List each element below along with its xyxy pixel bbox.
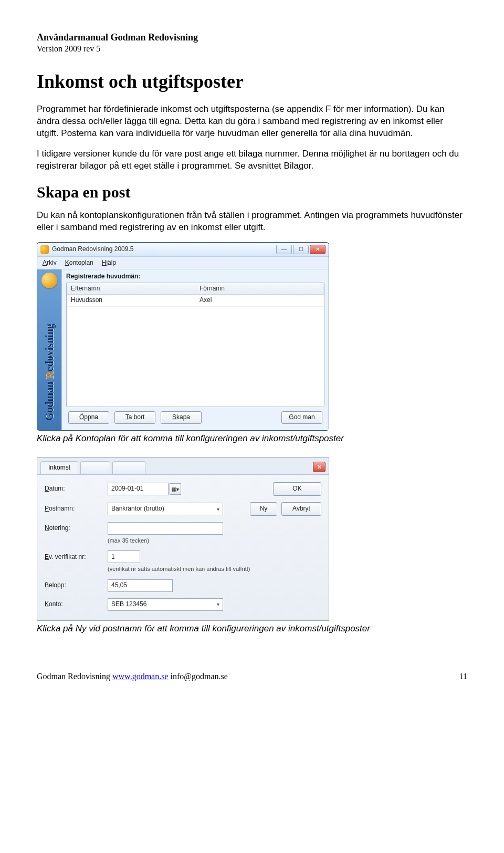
ok-button[interactable]: OK xyxy=(273,482,321,496)
paragraph-intro-2: I tidigare versioner kunde du för vare p… xyxy=(37,148,467,172)
doc-version: Version 2009 rev 5 xyxy=(37,44,467,55)
avbryt-button[interactable]: Avbryt xyxy=(281,502,321,516)
dialog-close-button[interactable]: ✕ xyxy=(313,462,326,472)
verifikat-input[interactable]: 1 xyxy=(108,550,140,563)
label-notering: Notering: xyxy=(45,524,102,533)
cell-efternamn: Huvudsson xyxy=(67,295,195,306)
konto-combo[interactable]: SEB 123456 xyxy=(108,598,223,611)
hint-notering: (max 35 tecken) xyxy=(108,537,223,544)
titlebar: Godman Redovisning 2009.5 — ☐ ✕ xyxy=(37,243,329,257)
page-footer: Godman Redovisning www.godman.se info@go… xyxy=(37,671,467,682)
datum-field-wrap: 2009-01-01 ▦▾ xyxy=(108,483,181,495)
label-verifikat: Ev. verifikat nr: xyxy=(45,553,102,561)
label-datum: Datum: xyxy=(45,485,102,493)
dialog-inkomst: Inkomst ✕ Datum: 2009-01-01 ▦▾ OK Postna… xyxy=(37,457,329,621)
sidebar-text-a: Godman xyxy=(44,379,55,420)
sidebar: Godman Redovisning xyxy=(37,269,62,430)
label-konto: Konto: xyxy=(45,600,102,609)
godman-button[interactable]: God man xyxy=(281,411,322,424)
minimize-button[interactable]: — xyxy=(276,245,292,254)
label-belopp: Belopp: xyxy=(45,581,102,590)
notering-input[interactable] xyxy=(108,522,223,535)
calendar-icon[interactable]: ▦▾ xyxy=(170,483,181,495)
table-empty-area xyxy=(67,307,324,407)
page-number: 11 xyxy=(459,671,467,682)
table-row[interactable]: Huvudsson Axel xyxy=(67,295,324,307)
col-efternamn[interactable]: Efternamn xyxy=(67,283,195,295)
tab-bar: Inkomst ✕ xyxy=(37,457,329,475)
oppna-button[interactable]: Öppna xyxy=(68,411,109,424)
menu-hjalp[interactable]: Hjälp xyxy=(102,259,116,267)
tabort-button[interactable]: Ta bort xyxy=(114,411,155,424)
col-fornamn[interactable]: Förnamn xyxy=(195,283,324,295)
paragraph-skapa: Du kan nå kontoplanskonfigurationen från… xyxy=(37,210,467,234)
app-icon xyxy=(40,245,49,254)
sidebar-logo-text: Godman Redovisning xyxy=(43,324,56,421)
window-title: Godman Redovisning 2009.5 xyxy=(52,245,275,254)
caption-2: Klicka på Ny vid postnamn för att komma … xyxy=(37,623,467,634)
label-postnamn: Postnamn: xyxy=(45,505,102,513)
tab-inkomst[interactable]: Inkomst xyxy=(40,461,78,474)
footer-product: Godman Redovisning xyxy=(37,672,112,681)
paragraph-intro-1: Programmet har fördefinierade inkomst oc… xyxy=(37,103,467,140)
huvudman-table: Efternamn Förnamn Huvudsson Axel xyxy=(66,283,324,407)
close-button[interactable]: ✕ xyxy=(310,245,326,254)
ny-button[interactable]: Ny xyxy=(250,502,277,516)
footer-url[interactable]: www.godman.se xyxy=(112,672,169,681)
menu-kontoplan[interactable]: Kontoplan xyxy=(65,259,93,267)
footer-email: info@godman.se xyxy=(169,672,228,681)
heading-skapa-en-post: Skapa en post xyxy=(37,182,467,202)
caption-1: Klicka på Kontoplan för att komma till k… xyxy=(37,433,467,444)
menu-bar: Arkiv Kontoplan Hjälp xyxy=(37,257,329,270)
sidebar-text-b: R xyxy=(44,371,55,379)
app-window-godman: Godman Redovisning 2009.5 — ☐ ✕ Arkiv Ko… xyxy=(37,242,329,431)
belopp-input[interactable]: 45,05 xyxy=(108,579,173,592)
datum-input[interactable]: 2009-01-01 xyxy=(108,483,169,495)
heading-inkomst-utgiftsposter: Inkomst och utgiftsposter xyxy=(37,69,467,94)
section-label-huvudman: Registrerade huvudmän: xyxy=(66,273,324,281)
skapa-button[interactable]: Skapa xyxy=(161,411,202,424)
maximize-button[interactable]: ☐ xyxy=(293,245,309,254)
hint-verifikat: (verifikat nr sätts automatiskt men kan … xyxy=(108,565,321,573)
sidebar-text-c: edovisning xyxy=(44,324,55,371)
cell-fornamn: Axel xyxy=(195,295,324,306)
doc-title: Användarmanual Godman Redovisning xyxy=(37,32,467,44)
tab-blurred-1[interactable] xyxy=(80,461,110,474)
menu-arkiv[interactable]: Arkiv xyxy=(43,259,57,267)
sidebar-logo-icon xyxy=(41,273,57,288)
postnamn-combo[interactable]: Bankräntor (brutto) xyxy=(108,503,223,515)
tab-blurred-2[interactable] xyxy=(112,461,145,474)
